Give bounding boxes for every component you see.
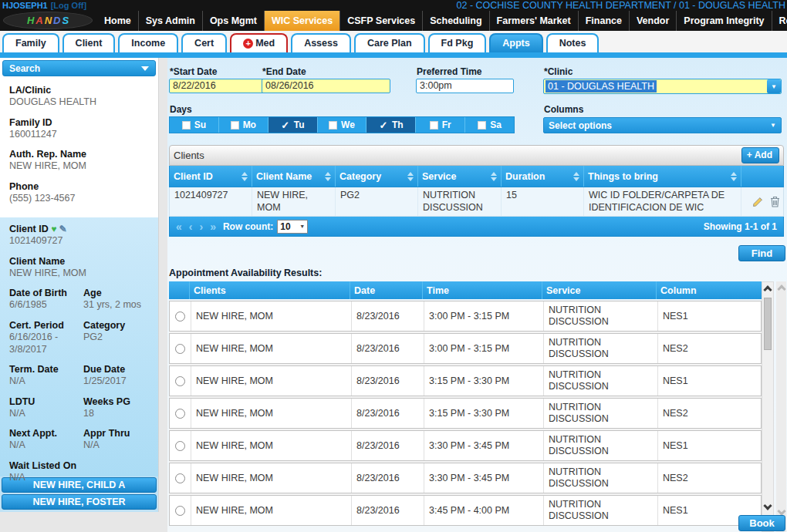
tab-notes[interactable]: Notes bbox=[546, 33, 600, 52]
clinic-selected-value: 01 - DOUGLAS HEALTH bbox=[545, 80, 657, 93]
cell-service: NUTRITION DISCUSSION bbox=[543, 496, 657, 525]
clinic-dropdown-button[interactable]: ▼ bbox=[767, 79, 781, 93]
nav-sys-admin[interactable]: Sys Admin bbox=[139, 11, 203, 31]
nav-home[interactable]: Home bbox=[97, 11, 139, 31]
cell-service: NUTRITION DISCUSSION bbox=[543, 301, 657, 331]
cell-date: 8/23/2016 bbox=[351, 431, 424, 460]
nav-ops-mgmt[interactable]: Ops Mgmt bbox=[203, 11, 265, 31]
col-header-client-name[interactable]: Client Name bbox=[252, 166, 336, 187]
day-checkbox-fr[interactable]: Fr bbox=[416, 117, 465, 133]
select-slot-radio[interactable] bbox=[175, 441, 185, 451]
select-slot-radio[interactable] bbox=[175, 344, 185, 354]
columns-multiselect[interactable]: Select options ▼ bbox=[543, 117, 782, 133]
select-slot-radio[interactable] bbox=[175, 376, 185, 386]
field-label: LA/Clinic bbox=[9, 85, 149, 96]
col-header-duration[interactable]: Duration bbox=[502, 166, 584, 187]
tab-appts[interactable]: Appts bbox=[489, 33, 542, 52]
col-header-time[interactable]: Time bbox=[423, 281, 542, 299]
tab-care-plan[interactable]: Care Plan bbox=[354, 33, 425, 52]
client-table-row[interactable]: 1021409727 NEW HIRE, MOM PG2 NUTRITION D… bbox=[169, 187, 784, 217]
nav-farmers-market[interactable]: Farmers' Market bbox=[490, 11, 579, 31]
nav-program-integrity[interactable]: Program Integrity bbox=[677, 11, 772, 31]
sort-icon[interactable] bbox=[491, 172, 497, 181]
tab-assess[interactable]: Assess bbox=[291, 33, 351, 52]
availability-row[interactable]: NEW HIRE, MOM 8/23/2016 3:15 PM - 3:30 P… bbox=[169, 365, 762, 396]
availability-row[interactable]: NEW HIRE, MOM 8/23/2016 3:45 PM - 4:00 P… bbox=[169, 495, 762, 526]
col-header-date[interactable]: Date bbox=[350, 281, 423, 299]
availability-row[interactable]: NEW HIRE, MOM 8/23/2016 3:30 PM - 3:45 P… bbox=[169, 430, 762, 461]
col-header-actions bbox=[741, 166, 783, 187]
select-slot-radio[interactable] bbox=[175, 311, 185, 322]
tab-client[interactable]: Client bbox=[62, 33, 116, 52]
end-date-input[interactable]: 08/26/2016 bbox=[262, 79, 390, 93]
day-checkbox-tu[interactable]: ✓Tu bbox=[269, 117, 318, 133]
scroll-up-icon[interactable] bbox=[763, 285, 772, 294]
sort-icon[interactable] bbox=[242, 172, 248, 181]
sort-icon[interactable] bbox=[573, 172, 579, 181]
availability-row[interactable]: NEW HIRE, MOM 8/23/2016 3:15 PM - 3:30 P… bbox=[169, 398, 762, 429]
book-button[interactable]: Book bbox=[738, 515, 785, 531]
day-checkbox-we[interactable]: We bbox=[318, 117, 367, 133]
row-count-select[interactable]: 10 ▼ bbox=[277, 220, 308, 234]
find-button[interactable]: Find bbox=[738, 245, 785, 261]
col-header-category[interactable]: Category bbox=[336, 166, 418, 187]
availability-row[interactable]: NEW HIRE, MOM 8/23/2016 3:00 PM - 3:15 P… bbox=[169, 301, 762, 332]
sort-icon[interactable] bbox=[407, 172, 414, 181]
next-page-button[interactable]: › bbox=[199, 221, 203, 233]
cell-clients: NEW HIRE, MOM bbox=[191, 431, 351, 460]
nav-finance[interactable]: Finance bbox=[579, 11, 630, 31]
tab-med[interactable]: + Med bbox=[230, 33, 288, 52]
col-header-client-id[interactable]: Client ID bbox=[170, 166, 252, 187]
availability-row[interactable]: NEW HIRE, MOM 8/23/2016 3:00 PM - 3:15 P… bbox=[169, 333, 762, 364]
search-panel-title: Search bbox=[9, 63, 40, 74]
edit-row-icon[interactable] bbox=[752, 196, 764, 207]
tab-fd-pkg[interactable]: Fd Pkg bbox=[428, 33, 487, 52]
nav-reports[interactable]: Reports bbox=[772, 11, 787, 31]
start-date-input[interactable]: 8/22/2016 bbox=[169, 79, 267, 93]
day-checkbox-th[interactable]: ✓Th bbox=[366, 117, 416, 133]
select-slot-radio[interactable] bbox=[175, 506, 185, 516]
col-header-column[interactable]: Column bbox=[657, 281, 762, 299]
first-page-button[interactable]: « bbox=[176, 221, 182, 233]
sort-icon[interactable] bbox=[731, 172, 737, 181]
page-scrollbar[interactable] bbox=[776, 281, 786, 532]
nav-wic-services[interactable]: WIC Services bbox=[265, 11, 340, 31]
day-checkbox-mo[interactable]: Mo bbox=[219, 117, 269, 133]
col-header-service[interactable]: Service bbox=[418, 166, 502, 187]
day-label: Th bbox=[392, 120, 404, 130]
logo-letter: D bbox=[53, 15, 60, 26]
tab-cert[interactable]: Cert bbox=[181, 33, 227, 52]
select-slot-radio[interactable] bbox=[175, 409, 185, 419]
tab-family[interactable]: Family bbox=[2, 33, 59, 52]
delete-row-icon[interactable] bbox=[770, 196, 780, 207]
preferred-time-input[interactable]: 3:00pm bbox=[416, 79, 514, 93]
col-header-service[interactable]: Service bbox=[542, 281, 657, 299]
select-slot-radio[interactable] bbox=[175, 473, 185, 483]
prev-page-button[interactable]: ‹ bbox=[189, 221, 193, 233]
scroll-down-icon[interactable] bbox=[777, 507, 785, 515]
tab-income[interactable]: Income bbox=[118, 33, 178, 52]
nav-csfp-services[interactable]: CSFP Services bbox=[340, 11, 423, 31]
field-label: Family ID bbox=[9, 117, 149, 128]
results-scrollbar[interactable] bbox=[762, 281, 774, 532]
col-header-things-to-bring[interactable]: Things to bring bbox=[584, 166, 741, 187]
pencil-icon[interactable]: ✎ bbox=[59, 224, 67, 234]
add-client-button[interactable]: + Add bbox=[741, 147, 779, 163]
family-member-button-foster[interactable]: NEW HIRE, FOSTER bbox=[2, 494, 157, 510]
last-page-button[interactable]: » bbox=[210, 221, 216, 233]
log-off-link[interactable]: [Log Off] bbox=[51, 1, 86, 10]
availability-row[interactable]: NEW HIRE, MOM 8/23/2016 3:30 PM - 3:45 P… bbox=[169, 463, 762, 493]
scrollbar-thumb[interactable] bbox=[764, 298, 772, 350]
scroll-down-icon[interactable] bbox=[763, 501, 772, 510]
nav-scheduling[interactable]: Scheduling bbox=[423, 11, 489, 31]
search-panel-header[interactable]: Search bbox=[2, 60, 156, 76]
col-header-clients[interactable]: Clients bbox=[190, 281, 350, 299]
field-label: Cert. Period bbox=[9, 320, 83, 331]
clinic-select[interactable]: 01 - DOUGLAS HEALTH ▼ bbox=[543, 79, 782, 94]
nav-vendor[interactable]: Vendor bbox=[630, 11, 677, 31]
sort-icon[interactable] bbox=[325, 172, 331, 181]
day-checkbox-su[interactable]: Su bbox=[170, 117, 219, 133]
scroll-up-icon[interactable] bbox=[777, 285, 785, 293]
cell-time: 3:45 PM - 4:00 PM bbox=[424, 496, 543, 525]
day-checkbox-sa[interactable]: Sa bbox=[465, 117, 514, 133]
